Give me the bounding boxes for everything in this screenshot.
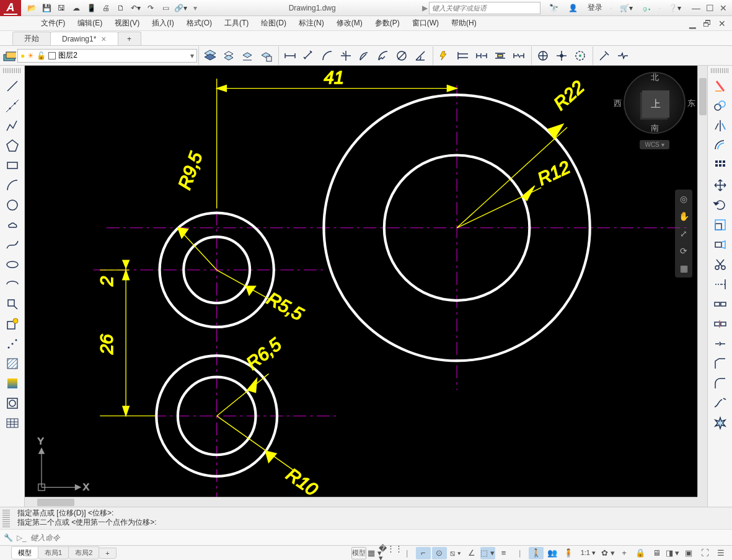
osnap-icon[interactable]: ⬚ ▾ (480, 547, 495, 559)
new-icon[interactable]: 🗋 (114, 1, 128, 15)
tab-new-button[interactable]: + (118, 32, 141, 45)
inspect-icon[interactable] (596, 47, 613, 64)
layer-match-icon[interactable] (220, 47, 237, 64)
polyline-icon[interactable] (3, 116, 22, 135)
close-button[interactable]: ✕ (717, 3, 730, 13)
menu-help[interactable]: 帮助(H) (445, 18, 483, 28)
doc-minimize-button[interactable]: ▁ (686, 19, 699, 28)
break-at-point-icon[interactable] (711, 295, 730, 313)
snap-icon[interactable]: �⋮⋮ ▾ (384, 547, 399, 559)
join-icon[interactable] (711, 335, 730, 353)
viewcube-north[interactable]: 北 (651, 72, 659, 83)
drawing-canvas[interactable]: 41 R22 R12 R9,5 R5,5 (25, 66, 707, 507)
wcs-badge[interactable]: WCS ▾ (640, 140, 669, 149)
model-tab[interactable]: 模型 (11, 546, 38, 559)
doc-restore-button[interactable]: 🗗 (701, 19, 713, 28)
lineweight-icon[interactable]: ≡ (496, 547, 511, 559)
dim-radius-icon[interactable] (356, 47, 373, 64)
break-icon[interactable] (711, 315, 730, 333)
menu-insert[interactable]: 插入(I) (146, 18, 180, 28)
tab-close-icon[interactable]: × (101, 34, 106, 44)
center-line-icon[interactable] (571, 47, 589, 64)
nav-zoom-icon[interactable]: ⤢ (677, 227, 690, 240)
copy-icon[interactable] (711, 97, 730, 115)
isolate-icon[interactable]: ◨ ▾ (665, 547, 680, 559)
nav-orbit-icon[interactable]: ⟳ (677, 244, 690, 258)
lock-icon[interactable]: 🔒 (633, 547, 648, 559)
minimize-button[interactable]: — (690, 3, 702, 13)
extend-icon[interactable] (711, 275, 730, 294)
menu-tools[interactable]: 工具(T) (218, 18, 255, 28)
xline-icon[interactable] (3, 97, 22, 115)
app-logo[interactable]: A (0, 0, 21, 16)
layout-add-tab[interactable]: + (99, 548, 116, 559)
chamfer-icon[interactable] (711, 354, 730, 373)
fillet-icon[interactable] (711, 374, 730, 393)
layer-combo[interactable]: ● ☀ 🔓 图层2 ▾ (17, 49, 197, 63)
person2-icon[interactable]: 🧍 (561, 547, 576, 559)
hatch-icon[interactable] (3, 354, 22, 373)
print-icon[interactable]: 🖨 (99, 1, 113, 15)
dim-continue-icon[interactable] (473, 47, 490, 64)
line-icon[interactable] (3, 77, 22, 95)
search-input[interactable] (429, 2, 540, 14)
viewcube-west[interactable]: 西 (614, 98, 622, 109)
blend-icon[interactable] (711, 394, 730, 413)
app-share-icon[interactable]: ⍶▾ (640, 4, 654, 12)
dim-break-icon[interactable] (510, 47, 527, 64)
stretch-icon[interactable] (711, 235, 730, 254)
dim-space-icon[interactable] (492, 47, 509, 64)
status-model-button[interactable]: 模型 (351, 547, 366, 559)
menu-format[interactable]: 格式(O) (180, 18, 218, 28)
ellipse-arc-icon[interactable] (3, 275, 22, 294)
chevron-down-icon[interactable]: ▾ (190, 51, 194, 60)
cart-icon[interactable]: 🛒▾ (617, 4, 635, 12)
nav-showmotion-icon[interactable]: ▦ (677, 261, 690, 275)
layer-states-icon[interactable] (257, 47, 275, 64)
command-input[interactable] (30, 533, 728, 542)
point-icon[interactable] (3, 335, 22, 353)
nav-pan-icon[interactable]: ✋ (677, 209, 690, 223)
cloud-save-icon[interactable]: ☁ (69, 1, 83, 15)
viewcube-south[interactable]: 南 (651, 123, 659, 134)
dim-arc-icon[interactable] (319, 47, 336, 64)
revcloud-icon[interactable] (3, 216, 22, 234)
maximize-button[interactable]: ☐ (703, 3, 716, 13)
dim-baseline-icon[interactable] (454, 47, 472, 64)
viewcube-top[interactable]: 上 (642, 90, 669, 118)
mirror-icon[interactable] (711, 116, 730, 135)
customize-icon[interactable]: ☰ (713, 547, 728, 559)
people-icon[interactable]: 👥 (545, 547, 560, 559)
login-button[interactable]: 登录 (585, 2, 605, 13)
tab-drawing1[interactable]: Drawing1*× (50, 32, 118, 45)
menu-window[interactable]: 窗口(W) (406, 18, 445, 28)
open-icon[interactable]: 📂 (25, 1, 38, 15)
menu-param[interactable]: 参数(P) (369, 18, 406, 28)
scale-label[interactable]: 1:1 ▾ (577, 549, 599, 557)
binoculars-icon[interactable]: 🔭 (547, 4, 561, 12)
viewcube[interactable]: 上 北 南 东 西 WCS ▾ (620, 72, 689, 183)
table-icon[interactable] (3, 414, 22, 432)
layers-stack-icon[interactable] (201, 47, 219, 64)
explode-icon[interactable] (711, 414, 730, 432)
dim-quick-icon[interactable] (436, 47, 453, 64)
sheet-icon[interactable]: ▭ (159, 1, 172, 15)
qat-dropdown-icon[interactable]: ▾ (188, 1, 202, 15)
wrench-icon[interactable]: 🔧 (4, 533, 13, 542)
ortho-icon[interactable]: ⌐ (416, 547, 431, 559)
clean-screen-icon[interactable]: ⛶ (697, 547, 712, 559)
spline-icon[interactable] (3, 235, 22, 254)
menu-draw[interactable]: 绘图(D) (255, 18, 293, 28)
gear-icon[interactable]: ✿ ▾ (601, 547, 615, 559)
cmd-grip[interactable] (2, 509, 10, 527)
tab-start[interactable]: 开始 (12, 32, 51, 45)
ellipse-icon[interactable] (3, 255, 22, 274)
monitor-icon[interactable]: 🖥 (649, 547, 664, 559)
saveas-icon[interactable]: 🖫 (55, 1, 68, 15)
vscrollbar[interactable] (697, 66, 707, 497)
dim-angular-icon[interactable] (412, 47, 429, 64)
trim-icon[interactable] (711, 255, 730, 274)
viewcube-east[interactable]: 东 (687, 98, 695, 109)
save-icon[interactable]: 💾 (40, 1, 53, 15)
tolerance-icon[interactable] (534, 47, 552, 64)
